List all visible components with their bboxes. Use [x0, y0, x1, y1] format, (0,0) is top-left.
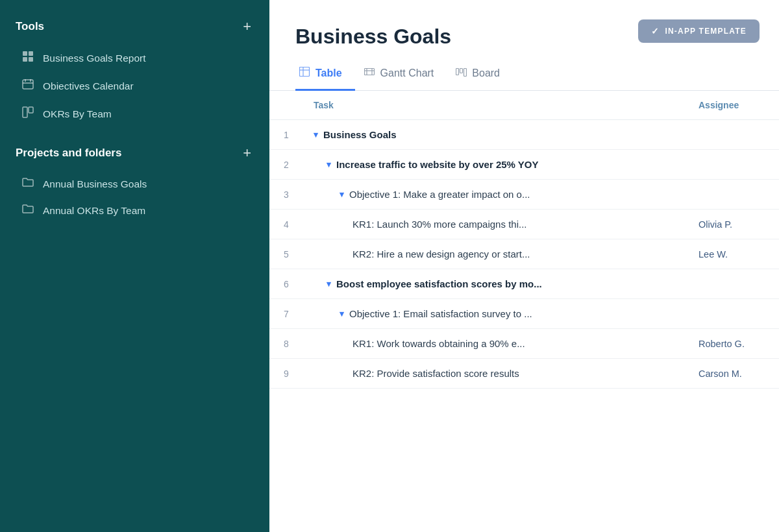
col-header-num	[269, 91, 303, 120]
row-assignee	[688, 180, 779, 210]
tool-items-list: Business Goals Report Obiectives Calenda…	[16, 44, 254, 128]
row-assignee	[688, 299, 779, 329]
add-tool-button[interactable]: +	[240, 19, 254, 34]
tab-icon-board	[456, 67, 467, 80]
task-text: Increase traffic to website by over 25% …	[336, 159, 539, 170]
row-task[interactable]: ▾Objective 1: Make a greater impact on o…	[303, 180, 688, 210]
sidebar-item-okrs-by-team[interactable]: OKRs By Team	[16, 100, 254, 128]
tab-label-board: Board	[472, 67, 500, 79]
row-task[interactable]: ▾Boost employee satisfaction scores by m…	[303, 269, 688, 299]
tool-icon-objectives-calendar	[21, 79, 35, 93]
task-text: Objective 1: Email satisfaction survey t…	[349, 308, 532, 319]
tool-label-okrs-by-team: OKRs By Team	[43, 108, 112, 120]
sidebar-item-objectives-calendar[interactable]: Obiectives Calendar	[16, 72, 254, 100]
row-task[interactable]: KR1: Work towards obtaining a 90% e...	[303, 329, 688, 359]
tool-label-objectives-calendar: Obiectives Calendar	[43, 80, 134, 92]
table-row[interactable]: 2▾Increase traffic to website by over 25…	[269, 150, 779, 180]
row-task[interactable]: ▾Objective 1: Email satisfaction survey …	[303, 299, 688, 329]
tab-gantt[interactable]: Gantt Chart	[360, 60, 447, 91]
tool-label-business-goals-report: Business Goals Report	[43, 53, 146, 64]
table-row[interactable]: 9KR2: Provide satisfaction score results…	[269, 359, 779, 389]
tab-table[interactable]: Table	[295, 60, 355, 91]
task-text: Business Goals	[323, 129, 397, 140]
svg-rect-9	[29, 107, 33, 113]
folder-icon-annual-okrs-by-team	[21, 204, 35, 217]
svg-rect-8	[23, 107, 27, 117]
row-task[interactable]: KR2: Provide satisfaction score results	[303, 359, 688, 389]
table-body: 1▾Business Goals2▾Increase traffic to we…	[269, 120, 779, 389]
tab-label-gantt: Gantt Chart	[380, 67, 434, 79]
project-label-annual-business-goals: Annual Business Goals	[43, 178, 147, 190]
tabs-container: Table Gantt Chart Board	[295, 60, 518, 90]
task-text: KR2: Hire a new design agency or start..…	[352, 248, 530, 260]
svg-rect-1	[29, 51, 33, 56]
task-text: Boost employee satisfaction scores by mo…	[336, 278, 542, 289]
project-items-list: Annual Business Goals Annual OKRs By Tea…	[16, 171, 254, 224]
tools-title: Tools	[16, 20, 44, 33]
row-num: 6	[269, 269, 303, 299]
svg-rect-19	[464, 69, 467, 77]
svg-rect-2	[23, 57, 27, 62]
row-num: 7	[269, 299, 303, 329]
task-text: Objective 1: Make a greater impact on o.…	[349, 189, 530, 200]
svg-rect-18	[460, 69, 463, 73]
table-row[interactable]: 8KR1: Work towards obtaining a 90% e...R…	[269, 329, 779, 359]
tab-icon-gantt	[364, 67, 375, 80]
row-num: 3	[269, 180, 303, 210]
project-label-annual-okrs-by-team: Annual OKRs By Team	[43, 205, 145, 217]
row-assignee: Lee W.	[688, 239, 779, 269]
tabs-bar: Table Gantt Chart Board	[269, 49, 779, 91]
row-task[interactable]: ▾Business Goals	[303, 120, 688, 150]
inapp-badge-label: IN-APP TEMPLATE	[665, 27, 747, 36]
row-num: 4	[269, 210, 303, 239]
tools-section: Tools + Business Goals Report Obiectives…	[0, 19, 269, 128]
sidebar-item-annual-business-goals[interactable]: Annual Business Goals	[16, 171, 254, 197]
table-row[interactable]: 7▾Objective 1: Email satisfaction survey…	[269, 299, 779, 329]
row-assignee	[688, 120, 779, 150]
table-row[interactable]: 4KR1: Launch 30% more campaigns thi...Ol…	[269, 210, 779, 239]
row-num: 5	[269, 239, 303, 269]
svg-rect-3	[29, 57, 33, 62]
row-num: 9	[269, 359, 303, 389]
inapp-template-badge: ✓ IN-APP TEMPLATE	[638, 19, 760, 43]
tool-icon-business-goals-report	[21, 51, 35, 66]
tools-header: Tools +	[16, 19, 254, 34]
row-assignee	[688, 269, 779, 299]
tasks-table: Task Assignee 1▾Business Goals2▾Increase…	[269, 91, 779, 389]
tab-icon-table	[299, 67, 310, 80]
chevron-icon: ▾	[327, 160, 331, 169]
tab-board[interactable]: Board	[452, 60, 513, 91]
chevron-icon: ▾	[327, 279, 331, 289]
task-text: KR2: Provide satisfaction score results	[352, 368, 519, 379]
table-row[interactable]: 6▾Boost employee satisfaction scores by …	[269, 269, 779, 299]
row-assignee: Roberto G.	[688, 329, 779, 359]
svg-rect-10	[300, 67, 310, 77]
svg-rect-17	[456, 69, 459, 75]
row-num: 2	[269, 150, 303, 180]
chevron-icon: ▾	[340, 309, 344, 319]
projects-title: Projects and folders	[16, 147, 121, 160]
sidebar-item-business-goals-report[interactable]: Business Goals Report	[16, 44, 254, 72]
main-content: ✓ IN-APP TEMPLATE Business Goals Table G…	[269, 0, 779, 532]
projects-section: Projects and folders + Annual Business G…	[0, 146, 269, 224]
row-assignee: Carson M.	[688, 359, 779, 389]
row-assignee	[688, 150, 779, 180]
row-num: 1	[269, 120, 303, 150]
svg-rect-4	[23, 80, 33, 89]
chevron-icon: ▾	[340, 189, 344, 199]
table-wrap[interactable]: Task Assignee 1▾Business Goals2▾Increase…	[269, 91, 779, 532]
tab-label-table: Table	[315, 67, 342, 79]
chevron-icon: ▾	[314, 130, 318, 139]
row-task[interactable]: KR1: Launch 30% more campaigns thi...	[303, 210, 688, 239]
sidebar: Tools + Business Goals Report Obiectives…	[0, 0, 269, 532]
sidebar-item-annual-okrs-by-team[interactable]: Annual OKRs By Team	[16, 197, 254, 224]
table-row[interactable]: 5KR2: Hire a new design agency or start.…	[269, 239, 779, 269]
add-project-button[interactable]: +	[240, 146, 254, 160]
table-row[interactable]: 1▾Business Goals	[269, 120, 779, 150]
row-task[interactable]: ▾Increase traffic to website by over 25%…	[303, 150, 688, 180]
table-header-row: Task Assignee	[269, 91, 779, 120]
table-row[interactable]: 3▾Objective 1: Make a greater impact on …	[269, 180, 779, 210]
folder-icon-annual-business-goals	[21, 177, 35, 191]
row-assignee: Olivia P.	[688, 210, 779, 239]
row-task[interactable]: KR2: Hire a new design agency or start..…	[303, 239, 688, 269]
